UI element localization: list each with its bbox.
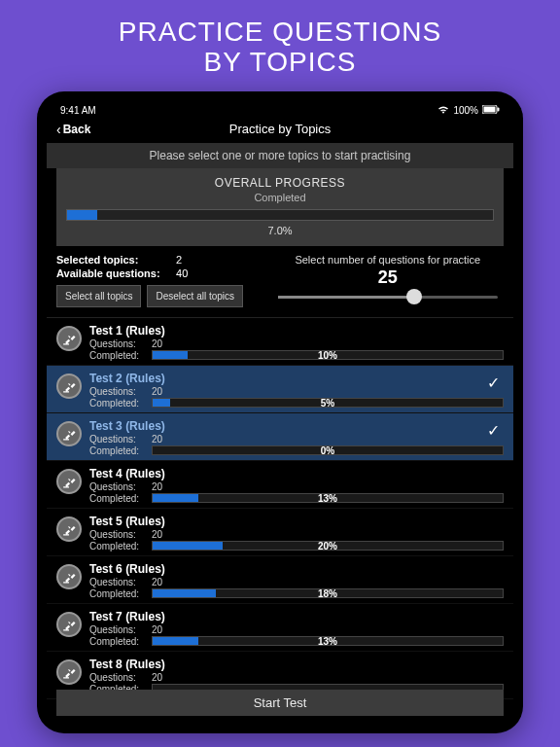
topic-percent: 18% <box>153 588 503 599</box>
topic-completed-line: Completed:5% <box>89 398 504 409</box>
overall-progress-bar <box>66 209 494 221</box>
gavel-icon <box>56 564 82 589</box>
svg-rect-2 <box>498 107 500 111</box>
promo-line1: PRACTICE QUESTIONS <box>0 18 560 48</box>
selected-label: Selected topics: <box>56 254 173 266</box>
topic-title: Test 2 (Rules) <box>89 372 504 385</box>
gavel-icon <box>56 659 82 685</box>
topic-title: Test 3 (Rules) <box>89 419 504 433</box>
slider-label: Select number of questions for practice <box>272 254 504 266</box>
topic-progress-bar: 13% <box>152 493 504 503</box>
topic-title: Test 6 (Rules) <box>89 562 504 576</box>
topic-row[interactable]: Test 4 (Rules)Questions:20Completed:13% <box>47 461 513 509</box>
topic-percent: 0% <box>153 445 503 456</box>
gavel-icon <box>56 612 82 637</box>
overall-progress-fill <box>67 210 97 220</box>
instruction-text: Please select one or more topics to star… <box>47 143 513 168</box>
topic-row[interactable]: Test 3 (Rules)Questions:20Completed:0%✓ <box>47 413 513 461</box>
available-value: 40 <box>176 267 188 279</box>
topic-row[interactable]: Test 2 (Rules)Questions:20Completed:5%✓ <box>47 366 513 413</box>
slider-fill <box>278 296 414 299</box>
topics-list[interactable]: Test 1 (Rules)Questions:20Completed:10%T… <box>47 318 513 699</box>
topic-questions-line: Questions:20 <box>89 624 504 635</box>
topic-title: Test 8 (Rules) <box>89 658 504 671</box>
topic-completed-line: Completed:0% <box>89 445 504 456</box>
battery-icon <box>482 105 500 116</box>
topic-row[interactable]: Test 5 (Rules)Questions:20Completed:20% <box>47 509 513 556</box>
available-label: Available questions: <box>56 267 173 279</box>
topic-body: Test 2 (Rules)Questions:20Completed:5% <box>89 372 504 409</box>
gavel-icon <box>56 374 82 399</box>
topic-progress-bar: 18% <box>152 588 504 598</box>
topic-percent: 13% <box>153 636 503 647</box>
overall-sub: Completed <box>66 192 494 203</box>
topic-progress-bar: 13% <box>152 636 504 646</box>
controls-right: Select number of questions for practice … <box>272 254 504 307</box>
check-icon: ✓ <box>487 421 500 440</box>
topic-title: Test 5 (Rules) <box>89 515 504 528</box>
topic-completed-line: Completed:18% <box>89 588 504 599</box>
topic-percent: 20% <box>153 541 503 551</box>
selected-topics-row: Selected topics: 2 <box>56 254 262 266</box>
topic-questions-line: Questions:20 <box>89 672 504 683</box>
topic-body: Test 6 (Rules)Questions:20Completed:18% <box>89 562 504 599</box>
slider-value: 25 <box>272 267 504 288</box>
topic-completed-line: Completed:20% <box>89 541 504 551</box>
start-test-button[interactable]: Start Test <box>56 690 504 716</box>
topic-title: Test 4 (Rules) <box>89 467 504 480</box>
back-button[interactable]: ‹ Back <box>56 122 90 137</box>
status-time: 9:41 AM <box>60 105 96 116</box>
svg-rect-1 <box>484 106 496 112</box>
topic-questions-line: Questions:20 <box>89 577 504 587</box>
topic-questions-line: Questions:20 <box>89 529 504 540</box>
promo-line2: BY TOPICS <box>0 48 560 78</box>
topic-completed-line: Completed:10% <box>89 350 504 361</box>
topic-progress-bar: 5% <box>152 398 504 408</box>
slider-knob[interactable] <box>406 289 422 304</box>
topic-title: Test 7 (Rules) <box>89 610 504 623</box>
check-icon: ✓ <box>487 374 500 392</box>
topic-questions-line: Questions:20 <box>89 434 504 445</box>
select-all-button[interactable]: Select all topics <box>56 285 141 307</box>
deselect-all-button[interactable]: Deselect all topics <box>147 285 243 307</box>
topic-percent: 10% <box>153 350 503 361</box>
wifi-icon <box>438 105 449 116</box>
controls-left: Selected topics: 2 Available questions: … <box>56 254 262 307</box>
gavel-icon <box>56 326 82 351</box>
back-label: Back <box>63 123 91 136</box>
topic-completed-line: Completed:13% <box>89 636 504 647</box>
start-bar: Start Test <box>47 690 513 724</box>
device-frame: 9:41 AM 100% ‹ Back Practice by Topics P… <box>37 91 523 733</box>
gavel-icon <box>56 421 82 446</box>
topic-row[interactable]: Test 1 (Rules)Questions:20Completed:10% <box>47 318 513 366</box>
overall-progress-panel: OVERALL PROGRESS Completed 7.0% <box>56 168 504 246</box>
topic-progress-bar: 20% <box>152 541 504 551</box>
topic-body: Test 4 (Rules)Questions:20Completed:13% <box>89 467 504 504</box>
chevron-left-icon: ‹ <box>56 122 61 137</box>
nav-bar: ‹ Back Practice by Topics <box>47 118 513 143</box>
topic-row[interactable]: Test 7 (Rules)Questions:20Completed:13% <box>47 604 513 652</box>
page-title: Practice by Topics <box>47 122 513 136</box>
status-right: 100% <box>438 105 500 116</box>
overall-heading: OVERALL PROGRESS <box>66 176 494 190</box>
controls-row: Selected topics: 2 Available questions: … <box>47 246 513 318</box>
topic-progress-bar: 10% <box>152 350 504 360</box>
gavel-icon <box>56 516 82 542</box>
topic-percent: 5% <box>153 398 503 409</box>
question-count-slider[interactable] <box>278 296 498 299</box>
topic-questions-line: Questions:20 <box>89 386 504 397</box>
topic-body: Test 1 (Rules)Questions:20Completed:10% <box>89 324 504 361</box>
overall-percent: 7.0% <box>66 225 494 236</box>
status-bar: 9:41 AM 100% <box>47 101 513 118</box>
gavel-icon <box>56 469 82 494</box>
topic-questions-line: Questions:20 <box>89 481 504 492</box>
topic-percent: 13% <box>153 493 503 504</box>
topic-body: Test 3 (Rules)Questions:20Completed:0% <box>89 419 504 456</box>
selected-value: 2 <box>176 254 182 266</box>
topic-completed-line: Completed:13% <box>89 493 504 504</box>
topic-body: Test 5 (Rules)Questions:20Completed:20% <box>89 515 504 551</box>
topic-row[interactable]: Test 6 (Rules)Questions:20Completed:18% <box>47 556 513 604</box>
screen: 9:41 AM 100% ‹ Back Practice by Topics P… <box>47 101 513 724</box>
topic-questions-line: Questions:20 <box>89 338 504 349</box>
battery-label: 100% <box>453 105 478 116</box>
